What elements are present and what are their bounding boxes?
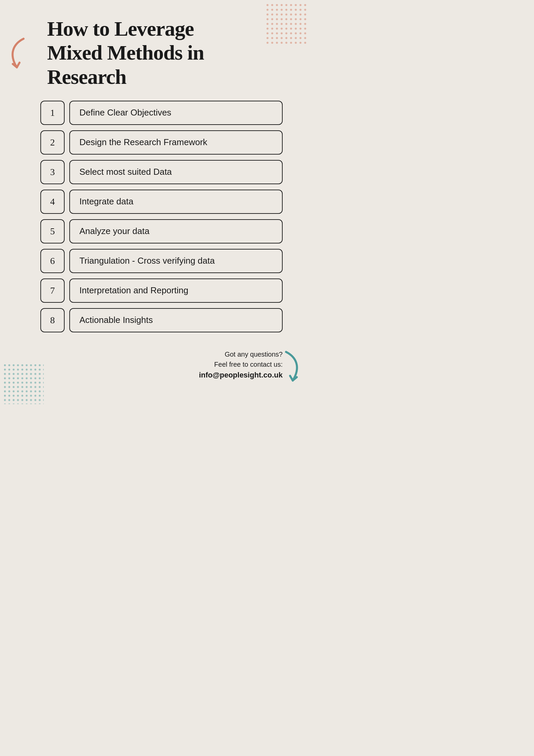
step-number-8: 8 [40,308,65,332]
list-item: 4 Integrate data [40,190,283,214]
step-label-5: Analyze your data [69,219,283,243]
step-number-3: 3 [40,160,65,184]
step-number-4: 4 [40,190,65,214]
list-item: 2 Design the Research Framework [40,130,283,155]
footer-questions-text: Got any questions? Feel free to contact … [20,349,283,369]
step-label-2: Design the Research Framework [69,130,283,155]
footer: Got any questions? Feel free to contact … [20,349,289,380]
step-number-1: 1 [40,101,65,125]
list-item: 3 Select most suited Data [40,160,283,184]
step-label-4: Integrate data [69,190,283,214]
step-label-1: Define Clear Objectives [69,101,283,125]
step-number-5: 5 [40,219,65,243]
arrow-top-left [7,37,30,71]
steps-list: 1 Define Clear Objectives 2 Design the R… [40,101,283,332]
footer-email: info@peoplesight.co.uk [20,371,283,380]
page-title: How to Leverage Mixed Methods in Researc… [47,17,289,89]
list-item: 8 Actionable Insights [40,308,283,332]
page: How to Leverage Mixed Methods in Researc… [0,0,310,424]
list-item: 5 Analyze your data [40,219,283,243]
list-item: 6 Triangulation - Cross verifying data [40,249,283,273]
step-label-7: Interpretation and Reporting [69,278,283,303]
arrow-bottom-right [279,350,303,384]
step-number-7: 7 [40,278,65,303]
list-item: 7 Interpretation and Reporting [40,278,283,303]
list-item: 1 Define Clear Objectives [40,101,283,125]
step-label-3: Select most suited Data [69,160,283,184]
step-label-6: Triangulation - Cross verifying data [69,249,283,273]
step-number-6: 6 [40,249,65,273]
step-number-2: 2 [40,130,65,155]
step-label-8: Actionable Insights [69,308,283,332]
